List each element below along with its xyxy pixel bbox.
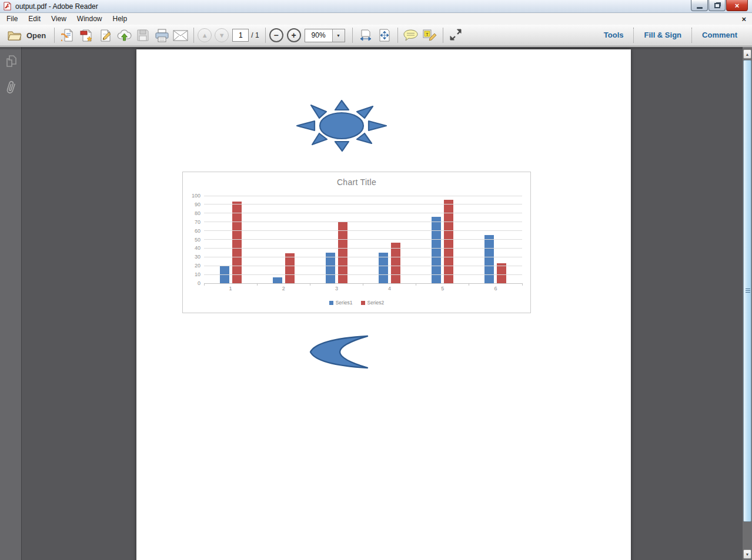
sign-document-button[interactable] [97, 27, 113, 43]
moon-shape [309, 335, 369, 369]
legend-swatch [329, 301, 333, 305]
sign-document-icon [99, 29, 112, 42]
restore-icon [714, 3, 720, 8]
scroll-up-icon: ▲ [746, 52, 750, 56]
toolbar-separator [352, 28, 353, 43]
navigation-sidebar [0, 47, 22, 560]
gridline [204, 274, 522, 275]
chart: Chart Title 1009080706050403020100 12345… [182, 172, 531, 313]
menu-view[interactable]: View [46, 14, 72, 25]
toolbar-separator [397, 28, 398, 43]
document-viewport[interactable]: Chart Title 1009080706050403020100 12345… [22, 47, 743, 560]
save-button[interactable] [135, 27, 151, 43]
gridline [204, 257, 522, 257]
gridline [204, 213, 522, 213]
toolbar: Open [0, 25, 752, 46]
print-icon [155, 29, 169, 42]
zoom-level-select[interactable]: 90% ▼ [305, 29, 345, 42]
fit-page-button[interactable] [376, 27, 393, 43]
fit-width-icon [359, 29, 372, 42]
restore-button[interactable] [708, 0, 726, 11]
save-icon [136, 29, 149, 42]
gridline [204, 196, 522, 196]
x-axis-category-label: 2 [257, 286, 310, 291]
fullscreen-button[interactable] [448, 27, 464, 43]
toolbar-separator [193, 28, 194, 43]
page-number-input[interactable] [232, 29, 249, 42]
toolbar-separator [265, 28, 266, 43]
page-count-label: / 1 [251, 31, 259, 39]
bar-series2-1 [232, 202, 242, 283]
y-axis-tick-label: 20 [195, 263, 200, 269]
scroll-up-button[interactable]: ▲ [743, 49, 751, 59]
previous-page-button[interactable]: ▲ [198, 28, 212, 42]
bar-series2-6 [497, 263, 506, 283]
close-icon: × [735, 1, 740, 10]
create-pdf-button[interactable] [78, 27, 95, 43]
chart-title: Chart Title [183, 177, 530, 187]
tab-comment[interactable]: Comment [692, 28, 747, 43]
close-document-icon[interactable]: × [741, 14, 746, 25]
y-axis-tick-label: 100 [192, 193, 200, 199]
comment-bubble-button[interactable] [403, 27, 419, 43]
create-pdf-icon [80, 29, 93, 42]
bar-series2-2 [285, 253, 295, 283]
zoom-out-button[interactable]: − [269, 28, 283, 42]
legend-item: Series1 [329, 300, 353, 306]
email-button[interactable] [172, 27, 189, 43]
vertical-scrollbar[interactable]: ▲ ▼ [743, 47, 752, 560]
fit-width-button[interactable] [357, 27, 374, 43]
x-axis: 123456 [204, 286, 522, 291]
gridline [204, 266, 522, 266]
toolbar-separator [443, 28, 443, 43]
toolbar-separator [54, 28, 55, 43]
scrollbar-thumb[interactable] [743, 60, 751, 522]
close-button[interactable]: × [726, 0, 748, 11]
y-axis-tick-label: 10 [195, 271, 200, 277]
x-axis-category-label: 1 [204, 286, 257, 291]
menu-file[interactable]: File [1, 14, 23, 25]
svg-text:T: T [426, 32, 429, 37]
cloud-upload-button[interactable] [116, 27, 132, 43]
pdf-page: Chart Title 1009080706050403020100 12345… [136, 49, 631, 560]
scroll-down-button[interactable]: ▼ [743, 549, 751, 559]
chevron-down-icon: ▼ [332, 29, 345, 42]
next-page-button[interactable]: ▼ [215, 28, 229, 42]
zoom-out-icon: − [273, 31, 278, 39]
page-thumbnails-button[interactable] [0, 53, 22, 71]
fill-sign-tool-button[interactable]: T [422, 27, 438, 43]
print-button[interactable] [153, 27, 170, 43]
y-axis-tick-label: 60 [195, 228, 200, 234]
bar-series1-6 [484, 235, 494, 283]
tab-tools[interactable]: Tools [594, 28, 634, 43]
y-axis: 1009080706050403020100 [183, 196, 202, 283]
minimize-button[interactable] [691, 0, 708, 11]
titlebar[interactable]: output.pdf - Adobe Reader × [0, 0, 752, 13]
x-axis-category-label: 5 [416, 286, 469, 291]
gridline [204, 222, 522, 222]
x-axis-category-label: 4 [363, 286, 416, 291]
tab-fill-and-sign[interactable]: Fill & Sign [634, 28, 691, 43]
bar-series1-2 [273, 277, 282, 283]
legend-label: Series1 [336, 300, 353, 306]
folder-icon [7, 30, 22, 41]
y-axis-tick-label: 80 [195, 210, 200, 216]
x-axis-category-label: 3 [310, 286, 363, 291]
attachments-button[interactable] [0, 79, 22, 96]
paperclip-icon [6, 80, 16, 95]
y-axis-tick-label: 30 [195, 254, 200, 260]
export-pdf-button[interactable] [59, 27, 76, 43]
menubar: File Edit View Window Help × [0, 14, 752, 25]
open-button[interactable]: Open [5, 29, 51, 42]
scroll-down-icon: ▼ [746, 552, 750, 556]
email-icon [173, 30, 188, 41]
legend-swatch [361, 301, 365, 305]
cloud-upload-icon [117, 29, 132, 42]
menu-edit[interactable]: Edit [23, 14, 46, 25]
legend-label: Series2 [367, 300, 385, 306]
menu-help[interactable]: Help [108, 14, 133, 25]
zoom-in-button[interactable]: + [287, 28, 301, 42]
menu-window[interactable]: Window [72, 14, 108, 25]
page-thumbnails-icon [5, 55, 17, 68]
gridline [204, 230, 522, 231]
